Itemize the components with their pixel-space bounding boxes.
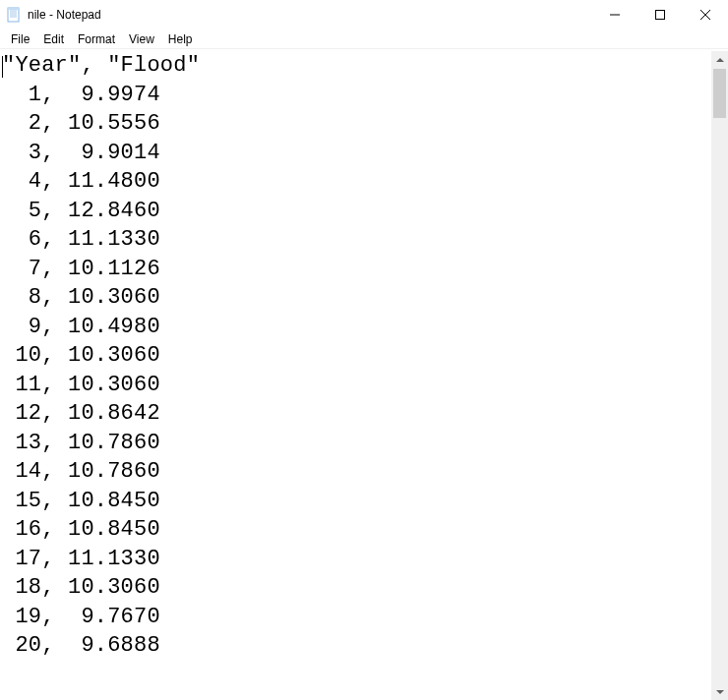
window-titlebar: nile - Notepad — [0, 0, 728, 29]
menu-file[interactable]: File — [4, 30, 36, 48]
close-button[interactable] — [683, 0, 728, 29]
scrollbar-thumb[interactable] — [713, 69, 726, 118]
scroll-up-arrow[interactable] — [711, 51, 728, 68]
menu-view[interactable]: View — [122, 30, 161, 48]
menu-edit[interactable]: Edit — [36, 30, 71, 48]
content-area: "Year", "Flood" 1, 9.9974 2, 10.5556 3, … — [0, 51, 728, 700]
menu-format[interactable]: Format — [71, 30, 122, 48]
vertical-scrollbar[interactable] — [711, 51, 728, 700]
svg-marker-11 — [716, 690, 724, 694]
svg-rect-7 — [656, 11, 665, 20]
svg-rect-5 — [8, 8, 19, 10]
maximize-button[interactable] — [637, 0, 683, 29]
notepad-icon — [6, 7, 22, 23]
svg-marker-10 — [716, 58, 724, 62]
window-controls — [592, 0, 728, 29]
scroll-down-arrow[interactable] — [711, 683, 728, 700]
minimize-button[interactable] — [592, 0, 637, 29]
text-editor[interactable]: "Year", "Flood" 1, 9.9974 2, 10.5556 3, … — [0, 51, 711, 700]
menu-help[interactable]: Help — [161, 30, 200, 48]
menu-bar: File Edit Format View Help — [0, 29, 728, 49]
window-title: nile - Notepad — [28, 8, 101, 22]
